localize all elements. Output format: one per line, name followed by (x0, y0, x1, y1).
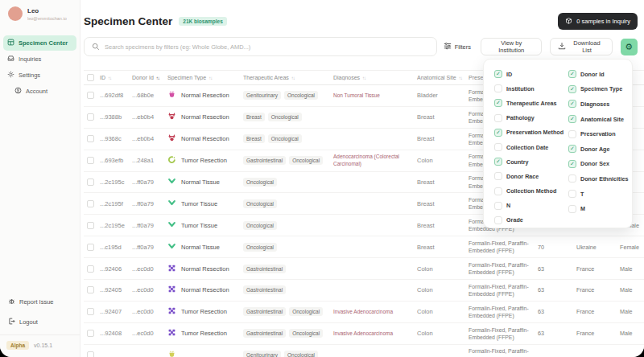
checkbox-icon[interactable]: ✓ (494, 158, 502, 166)
checkbox-icon[interactable]: ✓ (494, 70, 502, 78)
checkbox-icon[interactable]: ✓ (494, 172, 502, 180)
sidebar-item-logout[interactable]: Logout (0, 314, 80, 329)
specimen-type-label: Tumor Resection (181, 157, 227, 164)
avatar (8, 6, 23, 21)
sidebar-footer: Report IssueLogout Alpha v0.15.1 (0, 294, 80, 357)
row-checkbox[interactable] (87, 92, 94, 99)
column-toggle-collection-method[interactable]: ✓Collection Method (494, 184, 568, 199)
cell-preservation-method: Formalin-Fixed, Paraffin-Embedded (FFPE) (469, 283, 538, 298)
column-settings-button[interactable]: ⚙ (621, 39, 638, 55)
column-toggle-donor-id[interactable]: ✓Donor Id (568, 67, 629, 82)
row-checkbox[interactable] (87, 200, 94, 207)
sort-icon[interactable]: ↑↓ (108, 76, 111, 80)
cell-id: ...92406 (100, 265, 132, 273)
column-toggle-id[interactable]: ✓ID (494, 67, 568, 81)
column-toggle-grade[interactable]: ✓Grade (494, 213, 568, 228)
row-checkbox[interactable] (87, 178, 94, 186)
therapeutic-area-chip: Gastrointestinal (243, 307, 286, 316)
specimen-type-label: Normal Resection (181, 92, 229, 99)
cell-donor-id: ...eb0b4 (132, 135, 167, 142)
row-checkbox[interactable] (87, 286, 94, 293)
toolbar: Filters View by Institution Download Lis… (84, 37, 638, 56)
column-toggle-institution[interactable]: ✓Institution (494, 81, 568, 96)
sidebar-item-specimen-center[interactable]: Specimen Center (3, 35, 76, 51)
select-all-checkbox[interactable] (87, 74, 94, 81)
column-toggle-country[interactable]: ✓Country (494, 154, 568, 169)
therapeutic-area-chip: Gastrointestinal (243, 329, 286, 338)
sort-icon[interactable]: ↑↓ (459, 76, 462, 80)
sort-icon[interactable]: ↑↓ (362, 76, 365, 80)
row-checkbox[interactable] (87, 351, 94, 357)
download-list-button[interactable]: Download List (550, 38, 612, 55)
sort-icon[interactable]: ↑↓ (156, 76, 159, 80)
column-toggle-donor-sex[interactable]: ✓Donor Sex (568, 157, 629, 172)
sidebar-item-inquiries[interactable]: Inquiries (3, 51, 76, 67)
column-toggle-specimen-type[interactable]: ✓Specimen Type (568, 82, 629, 97)
checkbox-icon[interactable]: ✓ (568, 174, 576, 183)
checkbox-icon[interactable]: ✓ (568, 190, 576, 198)
cell-id: ...9388b (100, 113, 132, 121)
column-toggle-therapeutic-areas[interactable]: ✓Therapeutic Areas (494, 96, 568, 110)
column-toggle-m[interactable]: ✓M (568, 201, 629, 216)
sidebar-item-report-issue[interactable]: Report Issue (0, 294, 80, 309)
sidebar-item-label: Settings (19, 72, 40, 79)
column-toggle-diagnoses[interactable]: ✓Diagnoses (568, 96, 629, 112)
checkbox-icon[interactable]: ✓ (494, 114, 502, 122)
column-toggle-donor-ethnicities[interactable]: ✓Donor Ethnicities (568, 171, 629, 187)
cell-therapeutic-areas: GenitourinaryOncological (243, 91, 333, 100)
table-row: ...92406...ec0d0Normal ResectionGastroin… (84, 258, 644, 280)
row-checkbox[interactable] (87, 135, 94, 142)
sort-icon[interactable]: ↑↓ (208, 76, 212, 80)
cell-donor-id: ...ec0d0 (132, 308, 167, 315)
row-checkbox[interactable] (87, 330, 94, 337)
row-checkbox[interactable] (87, 113, 94, 121)
column-toggle-anatomical-site[interactable]: ✓Anatomical Site (568, 112, 629, 127)
checkbox-icon[interactable]: ✓ (568, 130, 576, 138)
checkbox-icon[interactable]: ✓ (494, 216, 502, 224)
view-by-institution-button[interactable]: View by Institution (481, 38, 542, 55)
search-input[interactable] (105, 43, 429, 51)
row-checkbox[interactable] (87, 308, 94, 315)
checkbox-icon[interactable]: ✓ (568, 70, 576, 78)
row-checkbox[interactable] (87, 222, 94, 229)
checkbox-icon[interactable]: ✓ (568, 100, 576, 108)
checkbox-icon[interactable]: ✓ (494, 99, 502, 107)
column-toggle-donor-age[interactable]: ✓Donor Age (568, 142, 629, 157)
checkbox-icon[interactable]: ✓ (494, 202, 502, 210)
column-toggle-t[interactable]: ✓T (568, 187, 629, 202)
column-header-specimen-type: Specimen Type↑↓ (167, 75, 243, 80)
checkbox-icon[interactable]: ✓ (568, 205, 576, 213)
checkbox-icon[interactable]: ✓ (494, 187, 502, 195)
column-toggle-label: M (580, 205, 585, 212)
checkbox-icon[interactable]: ✓ (568, 115, 576, 123)
version-number: v0.15.1 (34, 343, 52, 348)
filters-button[interactable]: Filters (444, 42, 471, 51)
row-checkbox[interactable] (87, 265, 94, 273)
column-toggle-donor-race[interactable]: ✓Donor Race (494, 169, 568, 183)
column-toggle-collection-date[interactable]: ✓Collection Date (494, 140, 568, 154)
organ-icon (167, 112, 176, 122)
cell-donor-sex: Male (620, 286, 644, 293)
column-toggle-label: Therapeutic Areas (506, 100, 556, 107)
cell-donor-id: ...ff0a79 (132, 200, 167, 207)
specimen-type-label: Normal Tissue (181, 178, 220, 186)
cell-specimen-type: Normal Resection (167, 133, 243, 144)
inquiry-samples-button[interactable]: 0 samples in Inquiry (558, 13, 638, 30)
column-toggle-n[interactable]: ✓N (494, 199, 568, 213)
checkbox-icon[interactable]: ✓ (568, 145, 576, 153)
sidebar-item-account[interactable]: Account (10, 84, 76, 99)
checkbox-icon[interactable]: ✓ (568, 85, 576, 93)
sort-icon[interactable]: ↑↓ (291, 76, 295, 80)
column-toggle-pathology[interactable]: ✓Pathology (494, 111, 568, 125)
checkbox-icon[interactable]: ✓ (494, 143, 502, 151)
checkbox-icon[interactable]: ✓ (494, 129, 502, 137)
checkbox-icon[interactable]: ✓ (494, 84, 502, 92)
user-profile[interactable]: Leo leo@emmitochan.io (0, 0, 80, 21)
column-toggle-preservation[interactable]: ✓Preservation (568, 126, 629, 142)
row-checkbox[interactable] (87, 157, 94, 164)
sidebar-item-settings[interactable]: Settings (3, 68, 76, 83)
cell-therapeutic-areas: GastrointestinalOncological (243, 307, 333, 316)
checkbox-icon[interactable]: ✓ (568, 160, 576, 168)
column-toggle-preservation-method[interactable]: ✓Preservation Method (494, 125, 568, 140)
row-checkbox[interactable] (87, 244, 94, 251)
